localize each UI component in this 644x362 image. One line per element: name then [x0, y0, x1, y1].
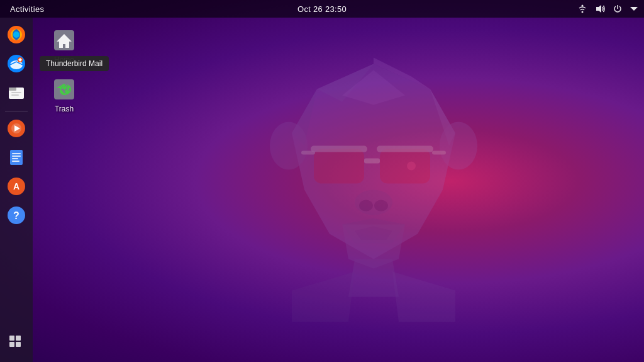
svg-rect-13	[301, 150, 315, 154]
svg-rect-12	[377, 145, 433, 152]
dock-item-writer[interactable]	[3, 144, 30, 171]
dock-item-firefox[interactable]	[3, 21, 30, 48]
svg-text:A: A	[13, 181, 19, 191]
trash-icon-label: Trash	[55, 105, 74, 113]
svg-rect-38	[11, 94, 19, 96]
svg-marker-24	[392, 271, 455, 322]
svg-point-6	[440, 122, 477, 169]
svg-rect-42	[10, 150, 23, 165]
dock: Thunderbird Mail	[0, 18, 33, 362]
desktop: Activities Oct 26 23:50	[0, 0, 644, 362]
svg-marker-28	[630, 7, 638, 11]
svg-rect-53	[9, 342, 14, 347]
svg-point-26	[582, 11, 584, 13]
volume-icon[interactable]	[595, 4, 605, 14]
svg-rect-45	[12, 158, 18, 159]
svg-rect-43	[12, 153, 21, 154]
svg-rect-52	[16, 336, 21, 341]
home-icon-label: Home	[54, 55, 74, 64]
svg-rect-51	[9, 336, 14, 341]
svg-rect-46	[12, 161, 19, 162]
topbar: Activities Oct 26 23:50	[0, 0, 644, 18]
wallpaper-gorilla	[254, 51, 493, 322]
dock-item-files[interactable]	[3, 79, 30, 106]
svg-point-17	[359, 200, 373, 211]
power-icon[interactable]	[613, 4, 623, 14]
svg-rect-57	[54, 79, 74, 99]
svg-rect-54	[16, 342, 21, 347]
svg-rect-8	[314, 149, 364, 183]
svg-point-18	[374, 200, 388, 211]
dock-separator	[5, 111, 28, 111]
desktop-icons: Home Trash	[39, 24, 89, 117]
dock-item-thunderbird[interactable]: Thunderbird Mail	[3, 50, 30, 77]
svg-point-25	[582, 5, 584, 7]
dock-item-help[interactable]: ?	[3, 202, 30, 229]
svg-rect-10	[364, 158, 380, 163]
svg-point-5	[270, 122, 308, 169]
svg-point-15	[407, 161, 416, 170]
svg-text:?: ?	[13, 210, 19, 221]
network-icon[interactable]	[577, 4, 587, 14]
desktop-icon-home[interactable]: Home	[39, 24, 89, 68]
show-applications-button[interactable]	[3, 329, 30, 356]
system-menu-icon[interactable]	[630, 5, 638, 13]
topbar-right	[577, 4, 638, 14]
dock-item-rhythmbox[interactable]	[3, 115, 30, 142]
svg-rect-44	[12, 156, 21, 157]
svg-rect-9	[380, 149, 430, 183]
topbar-left: Activities	[6, 4, 48, 14]
svg-marker-27	[596, 5, 601, 13]
svg-rect-11	[311, 145, 367, 152]
svg-rect-14	[432, 150, 446, 154]
svg-point-31	[13, 31, 19, 38]
desktop-icon-trash[interactable]: Trash	[39, 73, 89, 117]
svg-rect-37	[11, 92, 21, 93]
activities-button[interactable]: Activities	[6, 4, 48, 14]
svg-marker-22	[348, 259, 399, 297]
svg-marker-23	[292, 271, 355, 322]
topbar-datetime[interactable]: Oct 26 23:50	[297, 4, 347, 14]
dock-item-software[interactable]: A	[3, 173, 30, 200]
svg-rect-36	[9, 88, 16, 91]
